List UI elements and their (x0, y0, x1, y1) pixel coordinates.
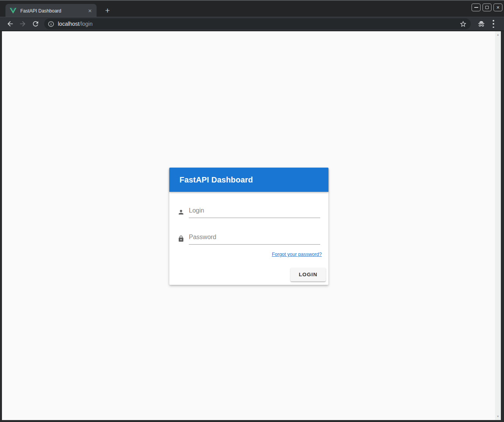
new-tab-button[interactable]: + (102, 5, 113, 16)
login-card-header: FastAPI Dashboard (169, 168, 328, 192)
maximize-icon (485, 6, 489, 9)
url-host: localhost (58, 21, 79, 27)
maximize-button[interactable] (482, 4, 491, 11)
password-field-row (178, 231, 320, 245)
login-button[interactable]: LOGIN (291, 268, 326, 281)
forward-icon[interactable] (19, 20, 27, 28)
tab-close-icon[interactable]: ✕ (86, 7, 93, 14)
window-controls: ✕ (472, 4, 502, 11)
url-path: /login (79, 21, 92, 27)
browser-toolbar: localhost/login (0, 17, 504, 30)
bookmark-star-icon[interactable] (459, 20, 467, 28)
login-field-row (178, 205, 320, 218)
tab-strip: FastAPI Dashboard ✕ + ✕ (0, 1, 504, 17)
close-button[interactable]: ✕ (493, 4, 502, 11)
url-bar[interactable]: localhost/login (44, 18, 471, 29)
person-icon (178, 209, 185, 216)
close-icon: ✕ (496, 5, 500, 10)
browser-menu-icon[interactable] (492, 20, 495, 28)
login-input[interactable] (189, 206, 320, 218)
scroll-up-icon[interactable]: ▲ (495, 32, 501, 38)
minimize-icon (474, 7, 478, 8)
page-scrollbar[interactable]: ▲ ▼ (495, 31, 501, 420)
minimize-button[interactable] (472, 4, 481, 11)
back-icon[interactable] (6, 20, 14, 28)
login-card-title: FastAPI Dashboard (179, 175, 253, 184)
forgot-password-link[interactable]: Forgot your password? (272, 252, 322, 257)
page-content: FastAPI Dashboard Forgot your password? … (2, 31, 495, 420)
url-text[interactable]: localhost/login (58, 21, 459, 27)
vue-logo-icon (10, 8, 16, 14)
incognito-icon (477, 20, 486, 28)
tab-title: FastAPI Dashboard (20, 8, 86, 14)
login-card: FastAPI Dashboard Forgot your password? … (169, 168, 328, 285)
browser-window: FastAPI Dashboard ✕ + ✕ localhost/login (0, 0, 504, 422)
reload-icon[interactable] (32, 20, 39, 28)
lock-icon (178, 235, 185, 242)
scroll-down-icon[interactable]: ▼ (495, 414, 501, 419)
password-input[interactable] (189, 232, 320, 245)
browser-tab[interactable]: FastAPI Dashboard ✕ (5, 4, 97, 18)
site-info-icon[interactable] (48, 21, 54, 27)
